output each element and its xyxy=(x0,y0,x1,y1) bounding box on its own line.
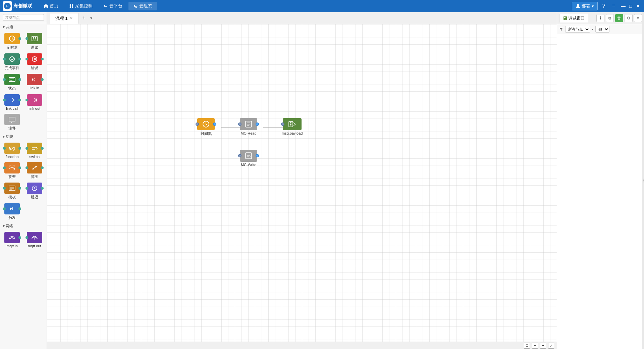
sidebar-search-input[interactable] xyxy=(3,14,44,21)
node-error[interactable]: ✕ 错误 xyxy=(24,52,46,72)
debug-tab[interactable]: 调试窗口 xyxy=(559,14,588,22)
node-status[interactable]: 状态 xyxy=(1,72,23,92)
nav-home[interactable]: 首页 xyxy=(39,2,63,10)
win-minimize[interactable]: — xyxy=(620,3,627,9)
topbar-right: 部署 ▾ ? ≡ xyxy=(572,2,617,10)
nav-cloudconfig[interactable]: 云组态 xyxy=(128,2,157,10)
node-mqtt-in-box xyxy=(4,232,20,243)
svg-point-38 xyxy=(290,122,291,123)
debug-more-button[interactable]: ▾ xyxy=(634,14,642,22)
node-error-label: 错误 xyxy=(31,65,38,70)
port-left-msgpayload[interactable] xyxy=(281,122,284,126)
node-delay[interactable]: 延迟 xyxy=(24,181,46,201)
canvas-node-mcread[interactable]: MC-Read xyxy=(240,118,257,135)
topbar: H 海创微联 首页 采集控制 云平台 云组态 部署 ▾ ? ≡ — □ xyxy=(0,0,644,12)
node-linkout[interactable]: link out xyxy=(24,93,46,112)
flow-tab-1[interactable]: 流程 1 ✕ xyxy=(50,13,78,24)
section-common[interactable]: ▾ 共通 xyxy=(0,23,47,31)
nav-cloud[interactable]: 云平台 xyxy=(99,2,127,10)
node-trigger[interactable]: 触发 xyxy=(1,202,23,221)
port-right-timestamp[interactable] xyxy=(213,122,216,126)
node-change-box xyxy=(4,162,20,173)
flow-tab-1-close[interactable]: ✕ xyxy=(70,16,73,20)
node-debug-label: 调试 xyxy=(31,45,38,50)
debug-info-button[interactable]: ℹ xyxy=(596,14,604,22)
user-name: 部署 xyxy=(582,3,590,9)
node-timer-box xyxy=(4,33,20,44)
section-network[interactable]: ▾ 网络 xyxy=(0,222,47,230)
canvas-node-mcwrite-label: MC-Write xyxy=(241,163,256,167)
node-range[interactable]: 范围 xyxy=(24,161,46,181)
user-deploy-button[interactable]: 部署 ▾ xyxy=(572,2,598,10)
zoom-in-button[interactable]: + xyxy=(540,343,546,349)
node-linkin[interactable]: link in xyxy=(24,72,46,92)
section-function[interactable]: ▾ 功能 xyxy=(0,133,47,141)
node-mqtt-out-label: mqtt out xyxy=(28,244,41,248)
node-status-label: 状态 xyxy=(8,86,16,91)
canvas-node-timestamp[interactable]: 时间戳 xyxy=(197,118,215,136)
node-switch[interactable]: switch xyxy=(24,141,46,160)
common-nodes: 定时器 调试 完成事件 ✕ xyxy=(0,31,47,133)
filter-all-select[interactable]: all xyxy=(595,26,609,33)
node-complete[interactable]: 完成事件 xyxy=(1,52,23,72)
port-right-mcread[interactable] xyxy=(256,122,259,126)
node-change-label: 改变 xyxy=(8,174,16,179)
section-network-arrow: ▾ xyxy=(3,224,5,228)
node-delay-box xyxy=(27,183,42,194)
right-panel: 调试窗口 ℹ ⧉ 🗑 ⚙ ▾ 所有节点 ▪ all xyxy=(557,12,644,349)
svg-text:f(x): f(x) xyxy=(9,146,15,151)
svg-point-28 xyxy=(12,239,13,240)
node-function[interactable]: f(x) function xyxy=(1,141,23,160)
canvas[interactable]: 时间戳 MC-Read msg.payload xyxy=(47,24,557,342)
svg-rect-4 xyxy=(70,6,71,8)
filter-node-select[interactable]: 所有节点 xyxy=(565,26,590,33)
canvas-node-msgpayload[interactable]: msg.payload xyxy=(282,118,303,135)
node-function-box: f(x) xyxy=(4,143,20,154)
app-title: 海创微联 xyxy=(13,3,32,9)
svg-rect-16 xyxy=(9,78,15,82)
section-common-arrow: ▾ xyxy=(3,25,5,29)
sidebar-search-area xyxy=(0,12,47,23)
nav-collect-label: 采集控制 xyxy=(75,3,93,9)
win-close[interactable]: ✕ xyxy=(635,3,641,9)
zoom-fit-button[interactable]: ⊡ xyxy=(524,343,530,349)
zoom-out-button[interactable]: − xyxy=(532,343,538,349)
node-delay-label: 延迟 xyxy=(31,195,38,200)
node-change[interactable]: 改变 xyxy=(1,161,23,181)
node-comment-label: 注释 xyxy=(8,126,16,131)
right-edge-handle[interactable] xyxy=(642,12,644,349)
win-maximize[interactable]: □ xyxy=(627,3,634,9)
debug-copy-button[interactable]: ⧉ xyxy=(606,14,614,22)
node-mqtt-out[interactable]: mqtt out xyxy=(24,231,46,249)
node-timer[interactable]: 定时器 xyxy=(1,32,23,51)
node-mqtt-in[interactable]: mqtt in xyxy=(1,231,23,249)
svg-point-6 xyxy=(577,4,579,6)
node-range-box xyxy=(27,162,42,173)
svg-rect-2 xyxy=(70,4,71,6)
tab-add-button[interactable]: ＋ xyxy=(80,14,88,22)
svg-point-11 xyxy=(33,37,34,39)
node-debug[interactable]: 调试 xyxy=(24,32,46,51)
node-template-label: 模板 xyxy=(8,195,16,200)
debug-clear-button[interactable]: 🗑 xyxy=(615,14,623,22)
node-status-box xyxy=(4,74,20,85)
help-button[interactable]: ? xyxy=(600,2,607,10)
node-template-box xyxy=(4,183,20,194)
user-dropdown-icon: ▾ xyxy=(592,4,594,9)
node-linkcall[interactable]: link call xyxy=(1,93,23,112)
port-left-timestamp[interactable] xyxy=(196,122,199,126)
node-switch-box xyxy=(27,143,42,154)
debug-settings-button[interactable]: ⚙ xyxy=(625,14,633,22)
menu-button[interactable]: ≡ xyxy=(610,2,617,10)
svg-point-22 xyxy=(35,166,37,167)
node-template[interactable]: 模板 xyxy=(1,181,23,201)
port-right-mcwrite[interactable] xyxy=(256,154,259,157)
node-comment[interactable]: 注释 xyxy=(1,112,23,132)
fullscreen-button[interactable]: ⤢ xyxy=(548,343,554,349)
nav-collect[interactable]: 采集控制 xyxy=(64,2,97,10)
port-left-mcread[interactable] xyxy=(238,122,241,126)
canvas-node-mcwrite[interactable]: MC-Write xyxy=(240,150,257,167)
tab-dropdown-button[interactable]: ▾ xyxy=(88,14,95,22)
node-mqtt-out-box xyxy=(27,232,42,243)
port-left-mcwrite[interactable] xyxy=(238,154,241,157)
